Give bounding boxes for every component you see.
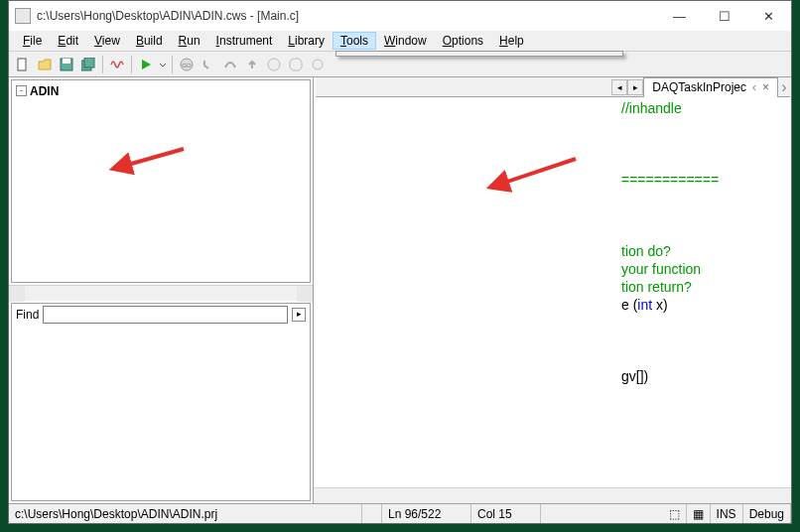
menu-file[interactable]: File [15,32,50,50]
menubar: FileEditViewBuildRunInstrumentLibraryToo… [9,31,791,52]
status-mode[interactable]: Debug [743,504,791,523]
tab-next-icon[interactable]: ▸ [627,79,643,95]
body: -ADIN Find ▸ //inhandle ============ tio… [9,77,791,503]
svg-rect-0 [18,59,26,70]
tab-prev[interactable]: ‹ [752,80,756,94]
run-button[interactable] [136,55,156,74]
find-pane: Find ▸ [11,303,311,501]
stepover-icon[interactable] [220,55,240,74]
svg-text:GO: GO [182,63,192,68]
svg-point-8 [313,60,323,69]
titlebar: c:\Users\Hong\Desktop\ADIN\ADIN.cws - [M… [9,1,791,31]
dropdown-icon[interactable] [158,55,168,74]
stepout-icon[interactable] [242,55,262,74]
stop-icon[interactable] [286,55,306,74]
code-separator: ============ [621,172,719,188]
find-label: Find [16,308,39,322]
break-icon[interactable] [308,55,328,74]
open-button[interactable] [35,55,55,74]
svg-rect-2 [63,59,70,64]
statusbar: c:\Users\Hong\Desktop\ADIN\ADIN.prj Ln 9… [9,503,791,523]
left-panel: -ADIN Find ▸ [9,77,314,503]
annotation-arrow-1 [114,144,189,174]
svg-point-7 [268,59,280,70]
go-icon[interactable]: GO [177,55,197,74]
saveall-button[interactable] [78,55,98,74]
minimize-button[interactable]: — [657,1,702,31]
find-input[interactable] [43,306,288,324]
menu-view[interactable]: View [86,32,128,50]
annotation-arrow-2 [491,154,581,194]
svg-line-9 [124,149,184,166]
pause-icon[interactable] [264,55,284,74]
window-title: c:\Users\Hong\Desktop\ADIN\ADIN.cws - [M… [37,9,657,23]
editor-tabbar: ◂ ▸ DAQTaskInProjec ‹ × › [316,77,790,97]
editor-hscroll[interactable] [314,487,791,503]
app-icon [15,8,31,24]
menu-instrument[interactable]: Instrument [208,32,281,50]
tree-twist-icon[interactable]: - [16,85,27,96]
maximize-button[interactable]: ☐ [702,1,746,31]
save-button[interactable] [57,55,76,74]
close-button[interactable]: ✕ [746,1,791,31]
menu-window[interactable]: Window [376,32,435,50]
new-button[interactable] [13,55,33,74]
code-comment: //inhandle [621,100,682,116]
tab-label: DAQTaskInProjec [652,80,746,94]
svg-line-10 [501,159,576,184]
status-icon1[interactable]: ⬚ [663,504,687,523]
menu-build[interactable]: Build [128,32,171,50]
wave-icon[interactable] [107,55,127,74]
code-line: your function [621,261,701,277]
menu-library[interactable]: Library [280,32,333,50]
project-tree[interactable]: -ADIN [11,79,311,283]
menu-options[interactable]: Options [435,32,491,50]
tree-label: ADIN [30,84,59,98]
editor-tab[interactable]: DAQTaskInProjec ‹ × [643,77,778,97]
tab-prev-icon[interactable]: ◂ [611,79,627,95]
status-path: c:\Users\Hong\Desktop\ADIN\ADIN.prj [9,504,362,523]
menu-help[interactable]: Help [491,32,532,50]
code-editor[interactable]: //inhandle ============ tion do? your fu… [314,77,791,487]
menu-run[interactable]: Run [171,32,208,50]
tree-item[interactable]: -ADIN [12,82,310,99]
svg-rect-4 [84,58,94,67]
find-go-icon[interactable]: ▸ [292,308,306,322]
code-line: tion return? [621,279,692,295]
tab-close-icon[interactable]: × [762,80,769,94]
tree-hscroll[interactable] [9,285,313,301]
menu-edit[interactable]: Edit [50,32,86,50]
code-line: tion do? [621,243,671,259]
status-col: Col 15 [471,504,541,523]
tab-more-icon[interactable]: › [778,78,790,96]
code-line: gv[]) [621,368,648,384]
status-ln: Ln 96/522 [382,504,471,523]
stepinto-icon[interactable] [199,55,218,74]
status-icon2[interactable]: ▦ [687,504,711,523]
code-line: e (int x) [621,297,668,313]
right-panel: //inhandle ============ tion do? your fu… [314,77,791,503]
tools-menu-dropdown [335,51,623,57]
status-sep [362,504,382,523]
status-ins[interactable]: INS [711,504,743,523]
menu-tools[interactable]: Tools [333,32,376,50]
